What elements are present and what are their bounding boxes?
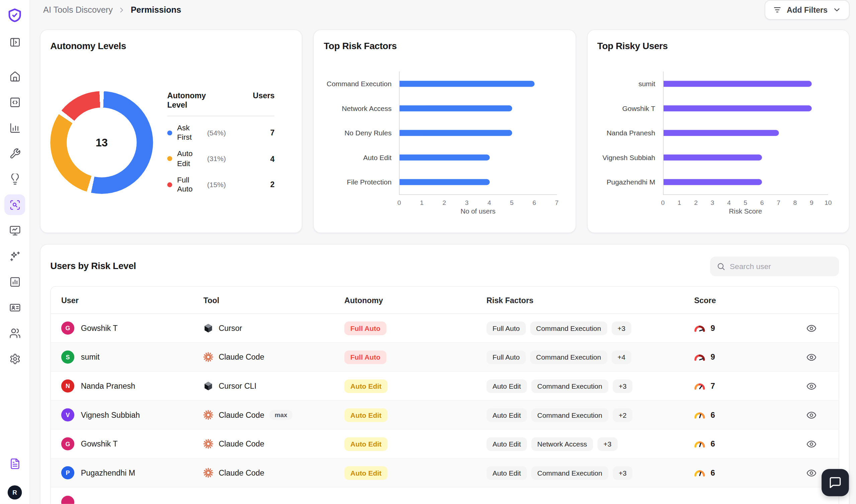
bar bbox=[400, 155, 490, 160]
tool-name: Cursor bbox=[219, 324, 242, 332]
main-content: AI Tools Discovery Permissions Add Filte… bbox=[30, 0, 856, 504]
summary-cards: Autonomy Levels 13 Autonomy LevelUsers A… bbox=[40, 30, 849, 233]
table-row[interactable]: N Nanda Pranesh Cursor CLI Auto Edit Aut… bbox=[51, 372, 839, 401]
sidebar-item-monitor-chart[interactable] bbox=[4, 220, 25, 241]
bar bbox=[400, 130, 512, 136]
score-value: 9 bbox=[711, 324, 715, 332]
sidebar-item-panel-toggle[interactable] bbox=[4, 32, 25, 53]
sidebar-item-chart-square[interactable] bbox=[4, 271, 25, 292]
bar-category-label: File Protection bbox=[324, 170, 399, 195]
bar-category-label: Gowshik T bbox=[597, 96, 663, 121]
view-details-button[interactable] bbox=[806, 410, 817, 420]
breadcrumb-current: Permissions bbox=[131, 5, 182, 15]
chat-button[interactable] bbox=[822, 469, 849, 496]
user-name: Gowshik T bbox=[81, 439, 118, 448]
sidebar-nav bbox=[4, 32, 25, 374]
x-tick-label: 1 bbox=[678, 199, 681, 206]
legend-users-count: 7 bbox=[270, 128, 275, 137]
sidebar-item-document[interactable] bbox=[4, 454, 25, 475]
chat-icon bbox=[828, 476, 842, 489]
table-row[interactable]: V Vignesh Subbiah Claude Code max Auto E… bbox=[51, 401, 839, 430]
settings-icon bbox=[9, 353, 20, 364]
claude-icon bbox=[203, 352, 213, 362]
autonomy-pill: Auto Edit bbox=[344, 379, 388, 393]
tool-name: Claude Code bbox=[219, 410, 264, 419]
breadcrumb: AI Tools Discovery Permissions bbox=[43, 5, 181, 15]
bar-track-area bbox=[399, 72, 557, 195]
user-name: Gowshik T bbox=[81, 324, 118, 332]
avatar: S bbox=[61, 350, 74, 364]
bar bbox=[663, 130, 779, 136]
topbar: AI Tools Discovery Permissions Add Filte… bbox=[40, 0, 849, 20]
user-name: Vignesh Subbiah bbox=[81, 410, 140, 419]
bar-category-label: Network Access bbox=[324, 96, 399, 121]
autonomy-pill: Full Auto bbox=[344, 350, 387, 364]
legend-label: Auto Edit bbox=[177, 149, 202, 168]
sidebar: R bbox=[0, 0, 30, 504]
search-user-input[interactable] bbox=[730, 262, 833, 271]
table-row[interactable]: P Pugazhendhi M Claude Code Auto Edit Au… bbox=[51, 458, 839, 488]
x-tick-label: 3 bbox=[465, 199, 468, 206]
view-details-button[interactable] bbox=[806, 323, 817, 333]
app: R AI Tools Discovery Permissions Add Fil… bbox=[0, 0, 856, 504]
gauge-icon bbox=[694, 353, 705, 361]
user-avatar[interactable]: R bbox=[8, 485, 22, 499]
score-value: 6 bbox=[711, 410, 715, 419]
monitor-chart-icon bbox=[9, 224, 20, 236]
sidebar-item-users[interactable] bbox=[4, 323, 25, 343]
risk-factor-chip: Command Execution bbox=[531, 408, 609, 422]
table-row[interactable]: G Gowshik T Claude Code Auto Edit Auto E… bbox=[51, 430, 839, 459]
sidebar-item-sparkles[interactable] bbox=[4, 246, 25, 266]
chart-square-icon bbox=[9, 276, 20, 287]
add-filters-button[interactable]: Add Filters bbox=[765, 0, 850, 20]
sidebar-item-settings[interactable] bbox=[4, 348, 25, 369]
top-risk-factors-card: Top Risk Factors Command ExecutionNetwor… bbox=[313, 30, 576, 233]
legend-label: Full Auto bbox=[177, 175, 202, 194]
view-details-button[interactable] bbox=[806, 352, 817, 362]
table-row-partial[interactable] bbox=[51, 488, 839, 504]
sidebar-item-id-card[interactable] bbox=[4, 297, 25, 318]
sidebar-item-lightbulb[interactable] bbox=[4, 169, 25, 190]
table-row[interactable]: S sumit Claude Code Full Auto Full AutoC… bbox=[51, 343, 839, 372]
sidebar-item-home[interactable] bbox=[4, 66, 25, 87]
breadcrumb-parent[interactable]: AI Tools Discovery bbox=[43, 5, 113, 15]
table-row[interactable]: G Gowshik T Cursor Full Auto Full AutoCo… bbox=[51, 314, 839, 343]
tool-name: Claude Code bbox=[219, 439, 264, 448]
view-details-button[interactable] bbox=[806, 438, 817, 449]
users-icon bbox=[9, 327, 20, 339]
x-tick-label: 0 bbox=[661, 199, 665, 206]
users-by-risk-card: Users by Risk Level UserToolAutonomyRisk… bbox=[40, 244, 849, 504]
lightbulb-icon bbox=[9, 174, 20, 185]
x-tick-label: 5 bbox=[743, 199, 747, 206]
legend-dot bbox=[167, 130, 172, 136]
sidebar-item-scan-search[interactable] bbox=[4, 195, 25, 215]
app-logo[interactable] bbox=[7, 8, 22, 23]
bar bbox=[663, 81, 811, 87]
risk-factor-chip: +3 bbox=[611, 321, 631, 335]
scan-search-icon bbox=[9, 199, 20, 210]
risk-factor-chip: Full Auto bbox=[486, 350, 526, 364]
risk-factor-chip: +3 bbox=[597, 437, 617, 451]
gauge-icon bbox=[694, 324, 705, 332]
legend-row: Auto Edit (31%) 4 bbox=[167, 142, 275, 168]
risk-factor-chip: Command Execution bbox=[531, 379, 609, 393]
autonomy-pill: Auto Edit bbox=[344, 437, 388, 451]
top-risk-factors-title: Top Risk Factors bbox=[324, 41, 566, 52]
gauge-icon bbox=[694, 411, 705, 419]
add-filters-label: Add Filters bbox=[787, 5, 827, 14]
view-details-button[interactable] bbox=[806, 468, 817, 478]
legend-row: Full Auto (15%) 2 bbox=[167, 168, 275, 194]
tool-name: Claude Code bbox=[219, 353, 264, 361]
legend-dot bbox=[167, 156, 172, 161]
autonomy-donut-area: 13 Autonomy LevelUsers Ask First (54%) 7… bbox=[50, 91, 292, 194]
sidebar-item-tools[interactable] bbox=[4, 143, 25, 164]
chart-line-icon bbox=[9, 122, 20, 133]
sidebar-item-code[interactable] bbox=[4, 92, 25, 112]
bar-category-label: Command Execution bbox=[324, 72, 399, 96]
bar-category-label: Auto Edit bbox=[324, 145, 399, 170]
view-details-button[interactable] bbox=[806, 381, 817, 391]
x-tick-label: 4 bbox=[727, 199, 731, 206]
sidebar-item-chart-line[interactable] bbox=[4, 117, 25, 138]
autonomy-pill: Auto Edit bbox=[344, 466, 388, 480]
legend-label: Ask First bbox=[177, 123, 202, 142]
